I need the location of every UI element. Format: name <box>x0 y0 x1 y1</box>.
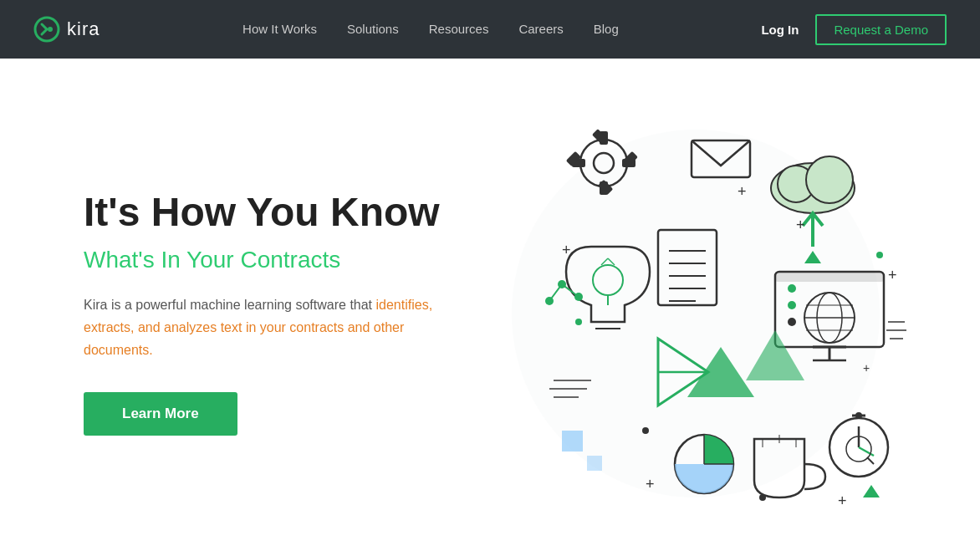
pie-chart-icon <box>675 435 733 493</box>
login-button[interactable]: Log In <box>761 23 799 37</box>
hero-subtitle-plain: What's In Your <box>84 247 240 273</box>
svg-text:+: + <box>838 492 847 509</box>
hero-section: It's How You Know What's In Your Contrac… <box>0 59 980 551</box>
svg-text:+: + <box>863 361 870 375</box>
request-demo-button[interactable]: Request a Demo <box>815 14 947 45</box>
svg-text:+: + <box>796 217 805 233</box>
nav-links: How It Works Solutions Resources Careers… <box>242 22 619 37</box>
hero-content: It's How You Know What's In Your Contrac… <box>84 191 468 435</box>
hero-subtitle: What's In Your Contracts <box>84 247 468 273</box>
svg-point-30 <box>788 318 796 326</box>
hero-description: Kira is a powerful machine learning soft… <box>84 293 468 362</box>
svg-rect-19 <box>775 272 884 282</box>
dot3 <box>642 427 649 434</box>
accent-rect2 <box>587 456 602 471</box>
svg-point-28 <box>788 284 796 293</box>
decorative-lines2 <box>886 322 906 339</box>
svg-point-16 <box>806 156 853 203</box>
svg-line-60 <box>867 457 874 464</box>
nav-item-resources[interactable]: Resources <box>429 22 489 37</box>
svg-text:+: + <box>646 476 655 492</box>
hero-illustration: + + + + + + + <box>478 113 913 514</box>
nav-item-solutions[interactable]: Solutions <box>347 22 399 37</box>
nav-right: Log In Request a Demo <box>761 14 947 45</box>
svg-text:+: + <box>738 183 747 200</box>
accent-rect <box>562 431 583 452</box>
illustration-svg: + + + + + + + <box>478 113 913 514</box>
svg-point-58 <box>855 412 862 419</box>
dot4 <box>759 494 766 501</box>
logo[interactable]: kira <box>33 16 100 43</box>
nav-item-how-it-works[interactable]: How It Works <box>242 22 317 37</box>
svg-point-1 <box>48 27 53 32</box>
svg-text:+: + <box>888 267 897 283</box>
dot2 <box>876 252 883 258</box>
logo-text: kira <box>67 18 100 40</box>
nav-item-blog[interactable]: Blog <box>594 22 619 37</box>
learn-more-button[interactable]: Learn More <box>84 392 237 436</box>
hero-subtitle-highlight: Contracts <box>240 247 340 273</box>
small-triangle <box>863 485 880 497</box>
svg-text:+: + <box>562 242 571 258</box>
svg-point-29 <box>788 301 796 309</box>
nav-item-careers[interactable]: Careers <box>518 22 563 37</box>
navbar: kira How It Works Solutions Resources Ca… <box>0 0 980 59</box>
dot1 <box>575 319 582 325</box>
hero-title: It's How You Know <box>84 191 468 235</box>
kira-logo-icon <box>33 16 60 43</box>
